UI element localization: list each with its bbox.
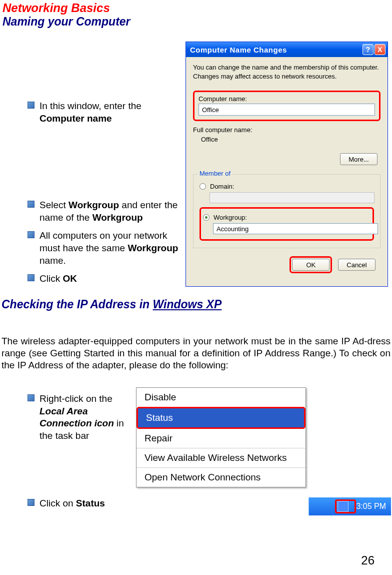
section-title: Checking the IP Address in Windows XP xyxy=(2,298,222,311)
bullet-group-bottom: Right-click on the Local Area Connection… xyxy=(0,393,134,515)
bullet-item: Select Workgroup and enter the name of t… xyxy=(28,199,187,224)
text-bold-italic: Local Area Connection icon xyxy=(40,406,114,429)
square-bullet-icon xyxy=(28,274,34,281)
highlight-computer-name: Computer name: xyxy=(193,91,380,121)
text-bold: OK xyxy=(62,273,77,284)
bullet-item: All computers on your network must have … xyxy=(28,230,187,267)
text-bold: Status xyxy=(76,498,105,508)
radio-icon xyxy=(200,183,206,190)
text: Checking the IP Address in xyxy=(2,298,152,311)
bullet-item: In this window, enter the Computer name xyxy=(28,100,180,125)
ctx-disable[interactable]: Disable xyxy=(136,388,306,407)
body-paragraph: The wireless adapter-equipped computers … xyxy=(2,335,390,371)
dialog-body: You can change the name and the membersh… xyxy=(186,57,388,279)
bullet-group-mid: Select Workgroup and enter the name of t… xyxy=(0,199,187,291)
header-title-red: Networking Basics xyxy=(0,0,392,15)
computer-name-label: Computer name: xyxy=(198,95,375,103)
text: name. xyxy=(40,255,66,266)
text-bold: Computer name xyxy=(40,113,112,124)
ctx-open-connections[interactable]: Open Network Connections xyxy=(136,468,306,487)
bullet-item: Click OK xyxy=(28,273,187,285)
square-bullet-icon xyxy=(28,499,34,506)
section-ip-address: Checking the IP Address in Windows XP xyxy=(2,298,222,311)
bullet-text: Click OK xyxy=(40,273,77,285)
square-bullet-icon xyxy=(28,102,34,109)
close-button[interactable]: X xyxy=(374,44,386,55)
highlight-tray-icon xyxy=(335,499,356,513)
text: Right-click on the xyxy=(40,393,112,404)
square-bullet-icon xyxy=(28,231,34,238)
ctx-view-networks[interactable]: View Available Wireless Networks xyxy=(136,448,306,467)
network-tray-icon[interactable] xyxy=(338,501,348,512)
dialog-description: You can change the name and the membersh… xyxy=(193,63,380,81)
text: Click xyxy=(40,273,62,284)
bullet-text: In this window, enter the Computer name xyxy=(40,100,180,125)
text: Select xyxy=(40,200,68,210)
bullet-text: All computers on your network must have … xyxy=(40,230,187,267)
dialog-button-row: OK Cancel xyxy=(193,256,380,273)
full-computer-name-value: Office xyxy=(193,136,380,143)
cancel-button[interactable]: Cancel xyxy=(338,259,376,271)
domain-input xyxy=(210,192,374,203)
computer-name-input[interactable] xyxy=(198,104,375,116)
context-menu-screenshot: Disable Status Repair View Available Wir… xyxy=(136,387,391,515)
page-number: 26 xyxy=(361,553,374,567)
text-bold: Workgroup xyxy=(68,200,119,210)
text: Click on xyxy=(40,498,76,508)
workgroup-label: Workgroup: xyxy=(214,214,247,221)
bullet-text: Click on Status xyxy=(40,497,105,510)
groupbox-title: Member of xyxy=(198,170,232,177)
workgroup-radio-row[interactable]: Workgroup: xyxy=(203,214,370,221)
tray-clock: 3:05 PM xyxy=(356,502,386,511)
context-menu: Disable Status Repair View Available Wir… xyxy=(136,387,306,487)
more-button[interactable]: More... xyxy=(340,153,378,165)
header-subtitle-navy: Naming your Computer xyxy=(0,15,392,29)
dialog-titlebar: Computer Name Changes ? X xyxy=(186,42,388,57)
bullet-text: Select Workgroup and enter the name of t… xyxy=(40,199,180,224)
workgroup-input[interactable] xyxy=(213,223,378,234)
bullet-text: Right-click on the Local Area Connection… xyxy=(40,393,134,442)
system-tray: 3:05 PM xyxy=(308,497,391,515)
text-underline: Windows XP xyxy=(152,298,222,311)
domain-label: Domain: xyxy=(210,183,234,190)
square-bullet-icon xyxy=(28,201,34,208)
text-bold: Workgroup xyxy=(128,243,178,253)
ctx-repair[interactable]: Repair xyxy=(136,429,306,448)
highlight-ok: OK xyxy=(290,256,332,273)
bullet-item: Click on Status xyxy=(28,497,134,510)
radio-icon-checked xyxy=(203,214,210,221)
dialog-title: Computer Name Changes xyxy=(190,46,362,54)
ok-button[interactable]: OK xyxy=(292,259,330,271)
member-of-groupbox: Member of Domain: Workgroup: xyxy=(193,174,380,248)
square-bullet-icon xyxy=(28,394,34,401)
text-bold: Workgroup xyxy=(92,212,143,223)
highlight-workgroup: Workgroup: xyxy=(200,207,374,241)
bullet-item: Right-click on the Local Area Connection… xyxy=(28,393,134,442)
full-computer-name-label: Full computer name: xyxy=(193,126,380,134)
domain-radio-row[interactable]: Domain: xyxy=(200,183,374,190)
ctx-status[interactable]: Status xyxy=(138,408,304,427)
text: In this window, enter the xyxy=(40,101,142,111)
highlight-status: Status xyxy=(136,407,306,429)
bullet-group-top: In this window, enter the Computer name xyxy=(0,100,180,131)
computer-name-dialog: Computer Name Changes ? X You can change… xyxy=(186,42,388,287)
help-button[interactable]: ? xyxy=(362,44,374,55)
